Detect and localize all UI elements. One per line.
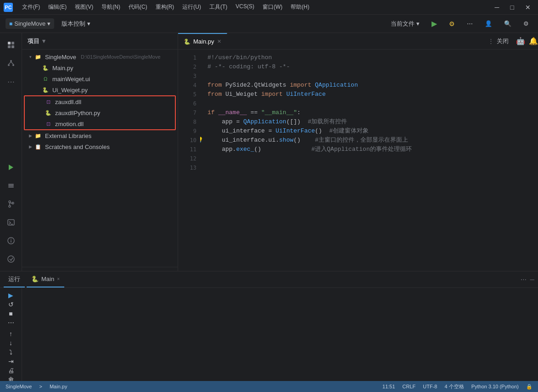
- code-token: app.: [207, 145, 236, 154]
- current-file-selector[interactable]: 当前文件 ▾: [387, 18, 423, 30]
- code-line-6: [207, 99, 538, 108]
- menu-item[interactable]: 文件(F): [18, 2, 44, 12]
- clear-button[interactable]: 🗑: [4, 376, 18, 381]
- project-selector[interactable]: ■ SingleMove ▾: [6, 18, 54, 29]
- search-button[interactable]: 🔍: [500, 18, 515, 29]
- wrap-button[interactable]: ⤵: [4, 348, 18, 356]
- menu-item[interactable]: 工具(T): [206, 2, 231, 12]
- tab-close-button[interactable]: ✕: [217, 39, 221, 44]
- svg-rect-3: [11, 45, 14, 48]
- tree-label-zauxdll-dll: zauxdll.dll: [55, 99, 81, 105]
- debug-button[interactable]: ⚙: [445, 18, 459, 29]
- menu-item[interactable]: 重构(R): [152, 2, 178, 12]
- tree-arrow-scratches[interactable]: ▶: [28, 144, 33, 149]
- tree-item-zauxdll-dll[interactable]: ⊡zauxdll.dll: [25, 96, 175, 107]
- scroll-up-button[interactable]: ↑: [4, 330, 18, 337]
- code-line-11: app.exec_() #进入QApplication的事件处理循环: [207, 145, 538, 154]
- file-icon-main-weiget-ui: Ω: [42, 76, 49, 82]
- tree-label-main-weiget-ui: mainWeiget.ui: [52, 76, 90, 83]
- git-icon[interactable]: [3, 196, 19, 212]
- status-file[interactable]: Main.py: [50, 384, 67, 389]
- run-panel-icon[interactable]: [3, 159, 19, 176]
- tree-arrow-external-libs[interactable]: ▶: [28, 133, 33, 138]
- status-project[interactable]: SingleMove: [6, 384, 32, 389]
- code-line-4: from PySide2.QtWidgets import QApplicati…: [207, 81, 538, 90]
- tree-item-zmotion-dll[interactable]: ⊡zmotion.dll: [25, 118, 175, 129]
- menu-item[interactable]: VCS(S): [232, 2, 258, 12]
- indent-settings[interactable]: 4 个空格: [444, 383, 464, 390]
- ai-button[interactable]: 🤖: [516, 37, 525, 45]
- git-bottom-icon[interactable]: [3, 251, 19, 267]
- layers-icon[interactable]: [3, 177, 19, 194]
- user-button[interactable]: 👤: [481, 18, 496, 29]
- scroll-down-button[interactable]: ↓: [4, 339, 18, 347]
- bulb-icon-10[interactable]: 💡: [200, 136, 203, 145]
- code-area[interactable]: #!/user/bin/python# -*- coding: utf-8 -*…: [200, 50, 538, 271]
- settings-button[interactable]: ⚙: [520, 18, 532, 29]
- code-token: (): [254, 145, 311, 154]
- line-number-2: 2: [178, 62, 196, 72]
- sidebar-dropdown-icon[interactable]: ▾: [42, 38, 45, 44]
- tree-item-singlemove-root[interactable]: ▾📁SingleMoveD:\01SingleMoveDemo\SingleMo…: [22, 51, 178, 62]
- menu-item[interactable]: 运行(U): [179, 2, 205, 12]
- run-tab[interactable]: 运行: [4, 271, 25, 287]
- main-tab-close[interactable]: ×: [57, 276, 60, 282]
- interpreter[interactable]: Python 3.10 (Python): [471, 384, 519, 389]
- menu-item[interactable]: 视图(V): [71, 2, 97, 12]
- bottom-minimize-button[interactable]: ─: [530, 276, 534, 283]
- code-line-1: #!/user/bin/python: [207, 53, 538, 62]
- more-options-button[interactable]: ⋯: [463, 18, 476, 29]
- menu-item[interactable]: 编辑(E): [45, 2, 70, 12]
- tree-arrow-singlemove-root[interactable]: ▾: [28, 54, 33, 60]
- close-button[interactable]: ✕: [521, 3, 534, 12]
- info-icon[interactable]: [3, 232, 19, 249]
- tree-item-main-weiget-ui[interactable]: ΩmainWeiget.ui: [22, 73, 178, 84]
- more-run-button[interactable]: ⋯: [4, 319, 18, 326]
- line-number-12: 12: [178, 154, 196, 163]
- menu-item[interactable]: 窗口(W): [259, 2, 286, 12]
- terminal-icon[interactable]: [3, 214, 19, 231]
- run-button[interactable]: ▶: [428, 17, 441, 30]
- line-number-1: 1: [178, 53, 196, 62]
- tree-item-scratches[interactable]: ▶📋Scratches and Consoles: [22, 141, 178, 152]
- svg-line-8: [11, 62, 13, 64]
- line-ending[interactable]: CRLF: [403, 384, 416, 389]
- minimize-button[interactable]: ─: [491, 3, 503, 12]
- stop-button[interactable]: ■: [4, 310, 18, 317]
- more-tools-icon[interactable]: ⋯: [3, 73, 19, 90]
- menu-item[interactable]: 代码(C): [125, 2, 151, 12]
- main-run-tab[interactable]: 🐍 Main ×: [27, 271, 64, 287]
- notifications-button[interactable]: 🔔: [529, 37, 538, 45]
- line-number-6: 6: [178, 99, 196, 108]
- bottom-more-button[interactable]: ⋯: [521, 276, 527, 283]
- tree-label-singlemove-root: SingleMove: [45, 54, 76, 61]
- tree-item-ui-weiget-py[interactable]: 🐍Ui_Weiget.py: [22, 84, 178, 95]
- console-area[interactable]: [22, 288, 538, 381]
- print-button[interactable]: 🖨: [4, 367, 18, 374]
- vcs-selector[interactable]: 版本控制 ▾: [58, 18, 94, 30]
- encoding[interactable]: UTF-8: [423, 384, 437, 389]
- run-action-button[interactable]: ▶: [4, 292, 18, 299]
- project-view-icon[interactable]: [3, 37, 19, 53]
- menu-item[interactable]: 帮助(H): [287, 2, 313, 12]
- cursor-position[interactable]: 11:51: [382, 384, 395, 389]
- tree-item-zauxdll-python-py[interactable]: 🐍zauxdllPython.py: [25, 107, 175, 118]
- project-dropdown-icon: ▾: [47, 20, 50, 27]
- structure-icon[interactable]: [3, 55, 19, 72]
- tree-label-main-py: Main.py: [52, 65, 73, 72]
- editor-tab-main[interactable]: 🐍 Main.py ✕: [178, 33, 227, 49]
- code-token: #加载所有控件: [308, 117, 347, 127]
- code-line-10: 💡 ui_interface.ui.show() #主窗口的控件，全部显示在界面…: [207, 136, 538, 145]
- code-token: __name__: [218, 108, 247, 117]
- line-numbers: 12345678910111213: [178, 50, 200, 271]
- maximize-button[interactable]: □: [507, 3, 518, 12]
- close-editor-button[interactable]: 关闭: [497, 37, 509, 45]
- tree-item-external-libs[interactable]: ▶📁External Libraries: [22, 130, 178, 141]
- rerun-button[interactable]: ↺: [4, 301, 18, 308]
- tab-more-button[interactable]: ⋮: [488, 38, 494, 44]
- tree-item-main-py[interactable]: 🐍Main.py: [22, 62, 178, 73]
- code-token: from: [207, 81, 225, 90]
- menu-item[interactable]: 导航(N): [98, 2, 124, 12]
- soft-wrap-button[interactable]: ⇥: [4, 358, 18, 365]
- file-icon-ui-weiget-py: 🐍: [42, 87, 49, 93]
